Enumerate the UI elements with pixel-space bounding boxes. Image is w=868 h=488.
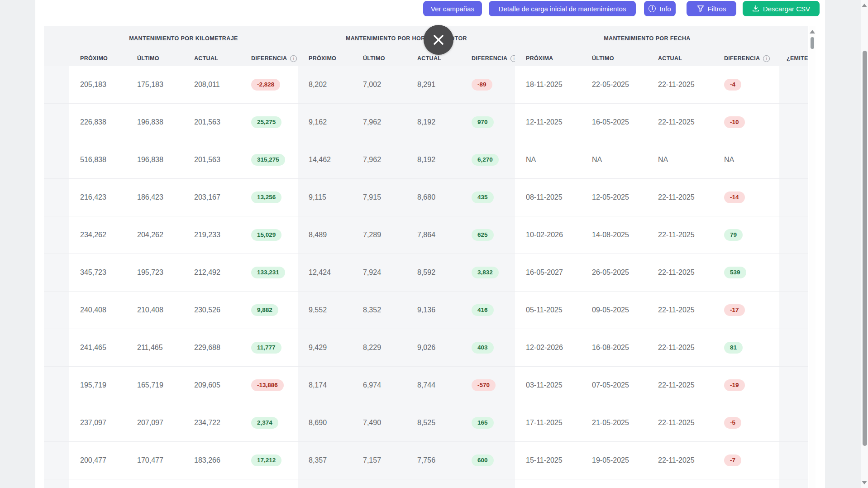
table-cell: 12-02-2026 (515, 329, 581, 367)
filtros-button[interactable]: Filtros (687, 1, 736, 16)
row-spacer-cell (44, 66, 69, 104)
diff-badge: 600 (472, 455, 494, 466)
table-cell: 22-11-2025 (647, 292, 713, 329)
row-spacer-cell (44, 329, 69, 367)
table-cell: 7,962 (352, 141, 406, 179)
page-scrollbar[interactable] (861, 0, 868, 488)
table-cell: 17,212 (240, 442, 298, 479)
table-cell: 16-05-2027 (515, 254, 581, 292)
scroll-down-arrow-icon[interactable] (862, 481, 867, 484)
table-cell: 12-05-2025 (581, 179, 647, 216)
table-cell: 22-11-2025 (647, 66, 713, 104)
row-spacer-cell (44, 292, 69, 329)
row-spacer-cell (44, 254, 69, 292)
table-scrollbar-thumb[interactable] (811, 37, 814, 49)
table-cell: 25,275 (240, 104, 298, 141)
ver-campanas-button[interactable]: Ver campañas (423, 1, 482, 16)
table-cell: NA (515, 141, 581, 179)
table-cell: 8,592 (406, 254, 461, 292)
emite-cell (779, 104, 808, 141)
table-cell: 12-11-2025 (515, 104, 581, 141)
diff-badge: -4 (724, 79, 741, 91)
table-cell: 435 (461, 179, 515, 216)
table-cell: 8,192 (406, 104, 461, 141)
row-spacer-cell (44, 104, 69, 141)
page-right-margin (825, 0, 861, 488)
emite-cell (779, 367, 808, 404)
table-cell: -7 (713, 442, 779, 479)
descargar-csv-label: Descargar CSV (763, 5, 810, 13)
table-cell: 7,490 (352, 404, 406, 442)
table-cell: 22-11-2025 (647, 179, 713, 216)
group-header-extra (779, 26, 808, 51)
table-cell: -19 (713, 367, 779, 404)
diff-badge: 13,256 (251, 191, 281, 203)
row-spacer-cell (44, 179, 69, 216)
column-header-km-ultimo: ÚLTIMO (126, 51, 183, 66)
table-cell (126, 479, 183, 488)
descargar-csv-button[interactable]: Descargar CSV (743, 1, 820, 16)
table-cell: 08-11-2025 (515, 179, 581, 216)
info-icon[interactable]: i (510, 55, 515, 62)
table-cell: 8,489 (298, 216, 352, 254)
table-cell: 9,115 (298, 179, 352, 216)
table-cell: 8,352 (352, 292, 406, 329)
table-cell: 196,838 (126, 104, 183, 141)
emite-cell (779, 216, 808, 254)
detalle-carga-button[interactable]: Detalle de carga inicial de mantenimient… (489, 1, 636, 16)
diff-badge: 79 (724, 229, 743, 241)
download-icon (752, 5, 759, 12)
page-scrollbar-thumb[interactable] (863, 51, 867, 446)
table-cell: 195,723 (126, 254, 183, 292)
diff-badge: 15,029 (251, 229, 281, 241)
table-cell: 22-11-2025 (647, 367, 713, 404)
table-cell: 212,492 (183, 254, 240, 292)
diff-badge: 539 (724, 267, 746, 278)
table-cell: 210,408 (126, 292, 183, 329)
table-cell: -10 (713, 104, 779, 141)
diff-badge: 416 (472, 304, 494, 316)
table-cell: -5 (713, 404, 779, 442)
diff-badge: 165 (472, 417, 494, 429)
info-icon[interactable]: i (763, 55, 770, 62)
table-cell: 183,266 (183, 442, 240, 479)
table-cell: 219,233 (183, 216, 240, 254)
diff-badge: -17 (724, 304, 745, 316)
table-cell: 7,962 (352, 104, 406, 141)
scroll-up-arrow-icon[interactable] (810, 30, 815, 33)
table-cell: 6,270 (461, 141, 515, 179)
table-cell: 416 (461, 292, 515, 329)
table-cell: 237,097 (69, 404, 126, 442)
table-scrollbar[interactable] (809, 26, 816, 488)
info-icon: i (649, 5, 656, 12)
info-icon[interactable]: i (290, 55, 297, 62)
emite-cell (779, 442, 808, 479)
table-cell: 07-05-2025 (581, 367, 647, 404)
table-cell: 204,262 (126, 216, 183, 254)
column-header-spacer (44, 51, 69, 66)
group-title: MANTENIMIENTO POR KILOMETRAJE (129, 35, 238, 42)
close-button[interactable] (424, 25, 453, 55)
scroll-up-arrow-icon[interactable] (862, 4, 867, 7)
filter-funnel-icon (697, 5, 704, 12)
table-cell: 17-11-2025 (515, 404, 581, 442)
emite-cell (779, 254, 808, 292)
table-cell: 7,157 (352, 442, 406, 479)
table-cell: 6,974 (352, 367, 406, 404)
table-cell: 315,275 (240, 141, 298, 179)
table-cell: 16-08-2025 (581, 329, 647, 367)
table-cell: 240,408 (69, 292, 126, 329)
row-spacer-cell (44, 442, 69, 479)
emite-cell (779, 66, 808, 104)
info-button[interactable]: i Info (644, 1, 676, 16)
diff-badge: -89 (472, 79, 492, 91)
table-cell: 625 (461, 216, 515, 254)
table-cell: 09-05-2025 (581, 292, 647, 329)
diff-badge: 435 (472, 191, 494, 203)
table-cell: 9,429 (298, 329, 352, 367)
table-cell (581, 479, 647, 488)
table-cell: 165,719 (126, 367, 183, 404)
table-cell: -570 (461, 367, 515, 404)
table-cell: -13,886 (240, 367, 298, 404)
table-cell: 15-11-2025 (515, 442, 581, 479)
